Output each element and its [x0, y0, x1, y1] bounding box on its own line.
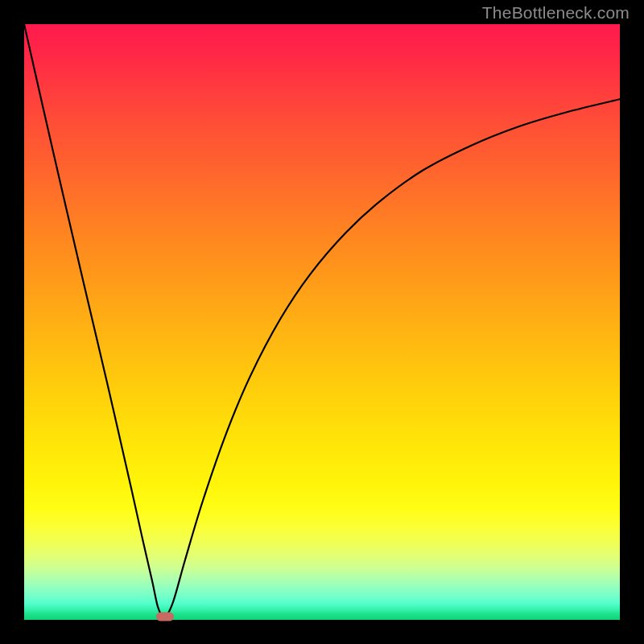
curve-svg	[24, 24, 620, 620]
bottleneck-curve	[24, 24, 620, 617]
plot-area	[24, 24, 620, 620]
watermark-text: TheBottleneck.com	[482, 3, 630, 23]
chart-frame: TheBottleneck.com	[0, 0, 644, 644]
minimum-marker	[156, 613, 174, 621]
